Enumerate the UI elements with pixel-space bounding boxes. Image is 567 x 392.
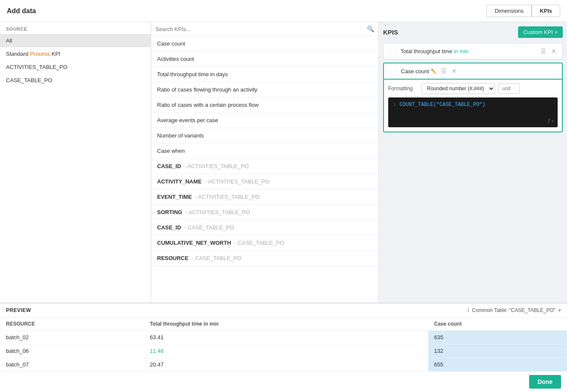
cell-resource: batch_07 [0,358,144,372]
preview-table: RESOURCE Total throughput time in min Ca… [0,318,567,371]
formatting-label: Formatting [388,86,418,92]
table-row: batch_06 11.46 132 [0,344,567,358]
drag-handle-throughput[interactable]: ⋮⋮ [388,48,398,54]
kpi-items-list: Case countActivities countTotal throughp… [151,36,378,303]
formatting-select[interactable]: Rounded number (#,###) [421,83,495,94]
list-item[interactable]: Activities count [151,52,378,67]
source-standard-text: Standard [6,51,30,57]
kpi-card-case-count: ⋮⋮ Case count ✏️ ☰ ✕ Formatting Rounded … [383,63,563,132]
edit-title-icon[interactable]: ✏️ [431,69,437,74]
col-header-resource: RESOURCE [0,318,144,331]
list-item[interactable]: Total throughput time in days [151,67,378,82]
line-indicator: 1 [393,102,396,107]
kpi-case-count-menu-btn[interactable]: ☰ [439,67,448,75]
source-item-standard[interactable]: Standard Process KPI [0,47,151,60]
done-button[interactable]: Done [529,375,561,389]
col-header-case-count: Case count [428,318,567,331]
left-sidebar: Source All Standard Process KPI ACTIVITI… [0,22,151,303]
cell-case-count: 635 [428,331,567,344]
list-item[interactable]: Ratio of cases flowing through an activi… [151,82,378,97]
kpi-card-throughput-header: ⋮⋮ Total throughput time in min ☰ ✕ [384,43,562,59]
search-icon: 🔍 [367,26,374,32]
search-input[interactable] [155,26,367,32]
search-bar: 🔍 [151,22,378,36]
list-item[interactable]: Case count [151,36,378,52]
cell-case-count: 132 [428,344,567,358]
table-row: batch_02 63.41 635 [0,331,567,344]
kpi-card-case-count-body: Formatting Rounded number (#,###) 1 COUN… [384,79,562,132]
preview-title: PREVIEW [6,307,31,313]
kpi-card-throughput-title: Total throughput time in min [401,48,536,54]
tab-kpis[interactable]: KPIs [532,5,560,17]
kpi-card-case-count-header: ⋮⋮ Case count ✏️ ☰ ✕ [384,63,562,79]
kpis-title: KPIS [383,29,398,36]
code-content[interactable]: COUNT_TABLE("CASE_TABLE_PO") [400,102,553,108]
kpi-card-throughput-actions: ☰ ✕ [539,47,558,55]
tab-dimensions[interactable]: Dimensions [487,5,532,17]
data-table: RESOURCE Total throughput time in min Ca… [0,318,567,371]
table-header: RESOURCE Total throughput time in min Ca… [0,318,567,331]
source-label: Source [0,22,151,34]
kpis-panel: KPIS Custom KPI + ⋮⋮ Total throughput ti… [379,22,567,303]
kpi-list-panel: 🔍 Case countActivities countTotal throug… [151,22,379,303]
kpi-card-name-row: Case count ✏️ [401,68,437,74]
custom-kpi-button[interactable]: Custom KPI + [518,26,563,38]
top-bar: Add data Dimensions KPIs [0,0,567,22]
kpi-card-case-count-actions: ☰ ✕ [439,67,458,75]
source-item-case[interactable]: CASE_TABLE_PO [0,74,151,87]
cell-throughput: 20.47 [144,358,428,372]
list-item[interactable]: CASE_ID - ACTIVITIES_TABLE_PO [151,159,378,174]
kpi-throughput-menu-btn[interactable]: ☰ [539,47,548,55]
function-button[interactable]: ƒ₀ [547,117,554,124]
code-editor[interactable]: 1 COUNT_TABLE("CASE_TABLE_PO") ƒ₀ [388,97,558,127]
preview-section: PREVIEW ℹ Common Table: "CASE_TABLE_PO" … [0,303,567,392]
list-item[interactable]: SORTING - ACTIVITIES_TABLE_PO [151,205,378,220]
unit-input[interactable] [498,83,520,94]
list-item[interactable]: RESOURCE - CASE_TABLE_PO [151,251,378,266]
done-btn-row: Done [0,371,567,392]
info-icon: ℹ [467,307,470,313]
drag-handle-case-count[interactable]: ⋮⋮ [388,68,398,74]
list-item[interactable]: Average events per case [151,113,378,128]
preview-info: ℹ Common Table: "CASE_TABLE_PO" ▾ [467,307,561,314]
page-title: Add data [7,7,36,15]
kpi-card-case-count-title: Case count [401,68,429,74]
cell-throughput: 11.46 [144,344,428,358]
tab-group: Dimensions KPIs [487,5,560,17]
kpi-case-count-close-btn[interactable]: ✕ [450,67,458,75]
kpi-card-throughput: ⋮⋮ Total throughput time in min ☰ ✕ [383,43,563,59]
source-item-all[interactable]: All [0,34,151,47]
source-process-text: Process [30,51,50,57]
kpis-panel-header: KPIS Custom KPI + [383,26,563,38]
table-body: batch_02 63.41 635 batch_06 11.46 132 ba… [0,331,567,372]
col-header-throughput: Total throughput time in min [144,318,428,331]
kpi-throughput-close-btn[interactable]: ✕ [550,47,558,55]
cell-resource: batch_02 [0,331,144,344]
list-item[interactable]: CUMULATIVE_NET_WORTH - CASE_TABLE_PO [151,235,378,251]
list-item[interactable]: CASE_ID - CASE_TABLE_PO [151,220,378,235]
collapse-btn[interactable]: ▾ [558,307,561,314]
list-item[interactable]: Ratio of cases with a certain process fl… [151,97,378,113]
list-item[interactable]: Number of variants [151,128,378,143]
main-area: Source All Standard Process KPI ACTIVITI… [0,22,567,303]
preview-info-text: Common Table: "CASE_TABLE_PO" [472,307,556,313]
table-row: batch_07 20.47 655 [0,358,567,372]
source-item-activities[interactable]: ACTIVITIES_TABLE_PO [0,60,151,74]
cell-throughput: 63.41 [144,331,428,344]
list-item[interactable]: ACTIVITY_NAME - ACTIVITIES_TABLE_PO [151,174,378,189]
list-item[interactable]: Case when [151,143,378,159]
source-kpi-text: KPI [50,51,60,57]
preview-header: PREVIEW ℹ Common Table: "CASE_TABLE_PO" … [0,303,567,318]
formatting-row: Formatting Rounded number (#,###) [388,83,558,94]
cell-resource: batch_06 [0,344,144,358]
list-item[interactable]: EVENT_TIME - ACTIVITIES_TABLE_PO [151,189,378,205]
cell-case-count: 655 [428,358,567,372]
